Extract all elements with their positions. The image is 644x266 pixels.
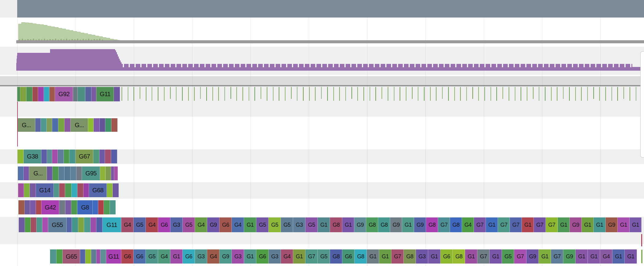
span-segment[interactable] <box>76 166 82 180</box>
event-tick[interactable] <box>375 87 376 101</box>
span-segment[interactable] <box>47 166 52 180</box>
event-tick[interactable] <box>357 87 358 101</box>
event-tick[interactable] <box>623 87 624 99</box>
event-tick[interactable] <box>370 87 370 101</box>
span-segment[interactable] <box>85 87 91 101</box>
span-segment[interactable] <box>31 217 37 232</box>
span-segment[interactable] <box>93 150 99 163</box>
span-segment[interactable] <box>19 217 25 232</box>
span-segment-G1[interactable]: G1 <box>486 217 498 232</box>
event-tick[interactable] <box>158 87 158 101</box>
span-segment-G7[interactable]: G7 <box>474 217 486 232</box>
span-segment[interactable] <box>67 217 72 232</box>
span-segment[interactable] <box>104 200 110 214</box>
event-tick[interactable] <box>388 87 388 101</box>
span-segment-G6[interactable]: G6 <box>256 249 269 264</box>
event-tick[interactable] <box>345 87 346 101</box>
span-segment[interactable] <box>99 150 105 163</box>
span-segment-G1[interactable]: G1 <box>318 217 330 232</box>
span-segment[interactable] <box>78 87 85 101</box>
span-segment-G9[interactable]: G9 <box>207 217 219 232</box>
span-segment-G3[interactable]: G3 <box>232 249 244 264</box>
event-tick[interactable] <box>249 87 249 101</box>
span-segment-G1[interactable]: G1 <box>630 217 642 232</box>
event-tick[interactable] <box>605 87 606 101</box>
span-segment[interactable] <box>98 200 104 214</box>
span-segment[interactable] <box>107 183 113 197</box>
event-tick[interactable] <box>424 87 425 101</box>
span-segment-G7[interactable]: G7 <box>546 217 558 232</box>
span-segment-G6[interactable]: G6 <box>219 217 232 232</box>
span-segment[interactable] <box>65 183 72 197</box>
span-segment-G55[interactable]: G55 <box>48 217 67 232</box>
event-tick[interactable] <box>303 87 304 101</box>
span-segment-G7[interactable]: G7 <box>510 217 522 232</box>
span-segment[interactable] <box>114 166 118 180</box>
span-segment[interactable] <box>18 87 20 101</box>
span-segment[interactable] <box>52 118 58 132</box>
span-segment[interactable] <box>113 183 119 197</box>
span-segment[interactable] <box>91 249 96 264</box>
event-tick[interactable] <box>636 87 636 101</box>
span-segment[interactable] <box>24 183 30 197</box>
event-tick[interactable] <box>351 87 352 99</box>
span-segment-G14[interactable]: G14 <box>36 183 54 197</box>
event-tick[interactable] <box>478 87 479 101</box>
span-segment-G1[interactable]: G1 <box>522 217 534 232</box>
span-segment-G1[interactable]: G1 <box>490 249 502 264</box>
span-segment[interactable] <box>111 150 117 163</box>
span-segment-G8[interactable]: G8 <box>366 217 378 232</box>
span-segment[interactable] <box>49 87 55 101</box>
span-segment[interactable] <box>24 166 29 180</box>
event-tick[interactable] <box>224 87 225 101</box>
span-segment[interactable] <box>47 150 52 163</box>
span-segment[interactable] <box>105 118 111 132</box>
event-tick[interactable] <box>502 87 503 99</box>
event-tick[interactable] <box>170 87 171 99</box>
span-segment-G11[interactable]: G11 <box>106 249 121 264</box>
event-tick[interactable] <box>297 87 297 101</box>
span-segment[interactable] <box>71 200 77 214</box>
event-tick[interactable] <box>140 87 140 99</box>
event-tick[interactable] <box>242 87 243 101</box>
span-segment[interactable] <box>37 217 42 232</box>
event-tick[interactable] <box>231 87 231 99</box>
event-tick[interactable] <box>164 87 165 101</box>
event-tick[interactable] <box>515 87 515 101</box>
span-segment-G4[interactable]: G4 <box>158 249 170 264</box>
event-tick[interactable] <box>315 87 316 101</box>
event-tick[interactable] <box>442 87 443 99</box>
span-segment[interactable] <box>84 217 91 232</box>
span-segment-G3[interactable]: G3 <box>269 249 281 264</box>
span-segment[interactable] <box>83 183 89 197</box>
event-tick[interactable] <box>533 87 533 99</box>
span-segment[interactable] <box>59 183 65 197</box>
span-segment[interactable] <box>52 166 59 180</box>
span-segment[interactable] <box>91 87 96 101</box>
span-segment-G8[interactable]: G8 <box>453 249 465 264</box>
span-segment-G8[interactable]: G8 <box>426 217 438 232</box>
span-segment[interactable] <box>73 87 78 101</box>
span-segment-G11[interactable]: G11 <box>103 217 121 232</box>
event-tick[interactable] <box>327 87 328 101</box>
span-segment-G5[interactable]: G5 <box>305 217 318 232</box>
span-segment[interactable] <box>58 118 64 132</box>
span-segment-G4[interactable]: G4 <box>121 217 134 232</box>
span-segment-G3[interactable]: G3 <box>170 217 183 232</box>
span-segment-G8[interactable]: G8 <box>330 217 342 232</box>
span-segment-G3[interactable]: G3 <box>293 217 305 232</box>
span-segment[interactable] <box>17 150 24 163</box>
event-tick[interactable] <box>412 87 413 99</box>
event-tick[interactable] <box>321 87 322 99</box>
span-segment[interactable] <box>33 87 38 101</box>
span-segment[interactable] <box>18 200 25 214</box>
span-segment[interactable] <box>105 150 111 163</box>
event-tick[interactable] <box>122 87 122 101</box>
event-tick[interactable] <box>212 87 213 101</box>
span-segment-G7[interactable]: G7 <box>391 249 404 264</box>
span-segment-G1[interactable]: G1 <box>428 249 440 264</box>
event-tick[interactable] <box>630 87 630 101</box>
span-segment-G8[interactable]: G8 <box>77 200 93 214</box>
span-segment-G1[interactable]: G1 <box>594 217 606 232</box>
event-tick[interactable] <box>279 87 279 101</box>
